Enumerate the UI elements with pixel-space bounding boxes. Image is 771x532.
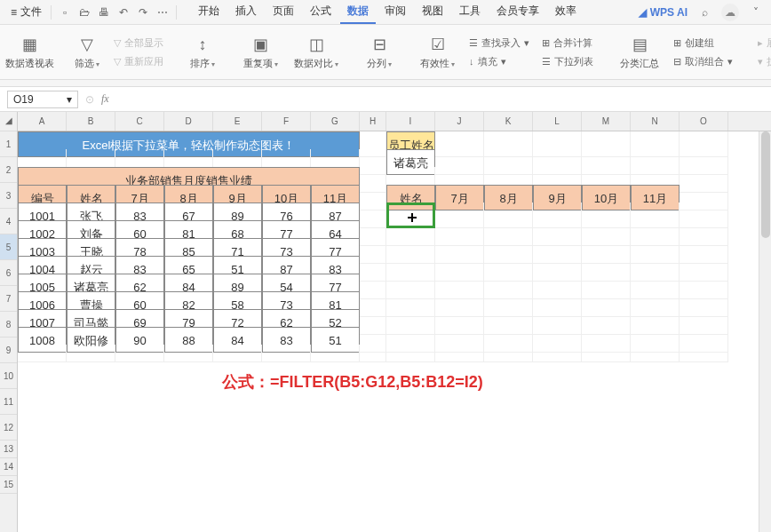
open-icon[interactable]: 🗁	[75, 3, 94, 22]
find-icon: ☰	[469, 37, 478, 49]
col-headers: A B C D E F G H I J K L M N O	[18, 112, 771, 131]
subtotal-icon: ▤	[632, 34, 648, 55]
file-label: 文件	[20, 4, 42, 20]
consolidate-icon: ⊞	[542, 37, 550, 49]
validity-button[interactable]: ☑ 有效性▾	[415, 28, 460, 75]
show-all-icon: ▽	[114, 37, 121, 49]
consolidate-button[interactable]: ⊞合并计算	[538, 35, 597, 52]
fx-icon[interactable]: fx	[101, 92, 109, 106]
ribbon-tabs: 开始 插入 页面 公式 数据 审阅 视图 工具 会员专享 效率	[191, 0, 584, 24]
group-icon: ⊞	[673, 37, 681, 49]
reapply-button[interactable]: ▽重新应用	[110, 53, 167, 70]
cancel-icon[interactable]: ⊙	[85, 93, 94, 106]
dropdown-list-button[interactable]: ☰下拉列表	[538, 53, 597, 70]
formula-bar: O19 ▾ ⊙ fx	[0, 87, 771, 112]
validity-icon: ☑	[431, 34, 445, 55]
formula-text: 公式：=FILTER(B5:G12,B5:B12=I2)	[222, 371, 483, 393]
create-group-button[interactable]: ⊞创建组	[670, 35, 736, 52]
funnel-icon: ▽	[81, 34, 93, 55]
spreadsheet-grid[interactable]: ◢ 1 2 3 4 5 6 7 8 9 10 11 12 13 14 15 A …	[0, 112, 771, 532]
fill-icon: ↓	[469, 56, 474, 67]
tab-page[interactable]: 页面	[266, 0, 301, 24]
titlebar: ≡ 文件 ▫ 🗁 🖶 ↶ ↷ ⋯ 开始 插入 页面 公式 数据 审阅 视图 工具…	[0, 0, 771, 25]
formula-input[interactable]	[116, 91, 764, 108]
duplicates-button[interactable]: ▣ 重复项▾	[238, 28, 283, 75]
tab-formula[interactable]: 公式	[303, 0, 338, 24]
tab-start[interactable]: 开始	[191, 0, 227, 24]
tab-vip[interactable]: 会员专享	[489, 0, 546, 24]
expand-icon: ▸	[758, 37, 763, 49]
hamburger-icon: ≡	[11, 6, 17, 19]
selected-cell[interactable]	[386, 202, 435, 228]
file-menu[interactable]: ≡ 文件	[5, 4, 47, 20]
pivot-icon: ▦	[22, 34, 37, 55]
ai-icon: ◢	[639, 6, 647, 19]
wps-ai-button[interactable]: ◢ WPS AI	[639, 6, 688, 19]
pivot-table-button[interactable]: ▦ 数据透视表	[7, 28, 52, 75]
tab-view[interactable]: 视图	[415, 0, 450, 24]
expand-ribbon-icon[interactable]: ˅	[746, 3, 766, 22]
collapse-icon: ▾	[758, 56, 763, 67]
ungroup-icon: ⊟	[673, 56, 681, 67]
collapse-button[interactable]: ▾折叠	[754, 53, 771, 70]
split-button[interactable]: ⊟ 分列▾	[362, 28, 397, 75]
tab-data[interactable]: 数据	[340, 0, 376, 24]
compare-icon: ◫	[309, 34, 324, 55]
dup-icon: ▣	[253, 34, 268, 55]
tab-tools[interactable]: 工具	[452, 0, 488, 24]
more-icon[interactable]: ⋯	[153, 3, 172, 22]
show-all-button[interactable]: ▽全部显示	[110, 35, 167, 52]
new-doc-icon[interactable]: ▫	[55, 3, 75, 22]
compare-button[interactable]: ◫ 数据对比▾	[289, 28, 344, 75]
expand-button[interactable]: ▸展开	[754, 35, 771, 52]
subtotal-button[interactable]: ▤ 分类汇总	[615, 28, 664, 75]
reapply-icon: ▽	[114, 56, 121, 67]
undo-icon[interactable]: ↶	[114, 3, 133, 22]
cloud-icon[interactable]: ☁	[721, 4, 739, 21]
scrollbar-thumb[interactable]	[761, 131, 770, 238]
filter-button[interactable]: ▽ 筛选▾	[69, 28, 105, 75]
search-icon[interactable]: ⌕	[695, 3, 714, 22]
select-all-corner[interactable]: ◢	[0, 112, 17, 131]
sort-icon: ↕	[199, 34, 207, 55]
fill-button[interactable]: ↓填充▾	[465, 53, 533, 70]
print-icon[interactable]: 🖶	[94, 3, 114, 22]
cursor-cross-icon	[406, 211, 418, 224]
ribbon: ▦ 数据透视表 ▽ 筛选▾ ▽全部显示 ▽重新应用 ↕ 排序▾ ▣ 重复项▾ ◫…	[0, 25, 771, 80]
vertical-scrollbar[interactable]	[759, 131, 771, 532]
redo-icon[interactable]: ↷	[133, 3, 153, 22]
split-icon: ⊟	[373, 34, 386, 55]
tab-review[interactable]: 审阅	[378, 0, 413, 24]
row-headers: ◢ 1 2 3 4 5 6 7 8 9 10 11 12 13 14 15	[0, 112, 18, 532]
tab-efficiency[interactable]: 效率	[548, 0, 584, 24]
sort-button[interactable]: ↕ 排序▾	[185, 28, 220, 75]
ungroup-button[interactable]: ⊟取消组合▾	[670, 53, 736, 70]
find-input-button[interactable]: ☰查找录入▾	[465, 35, 533, 52]
cells-area[interactable]: Excel根据下拉菜单，轻松制作动态图表！ 员工姓名 诸葛亮 业务部销售月度销售…	[18, 131, 771, 407]
dropdown-icon: ☰	[542, 56, 551, 67]
name-box[interactable]: O19 ▾	[7, 91, 78, 108]
tab-insert[interactable]: 插入	[228, 0, 264, 24]
